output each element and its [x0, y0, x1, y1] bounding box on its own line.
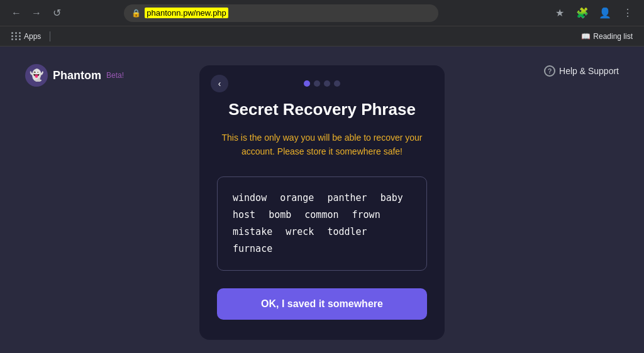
apps-grid-icon [11, 32, 21, 40]
nav-buttons: ← → ↺ [8, 4, 65, 22]
dot-4 [334, 80, 340, 87]
dot-1 [304, 80, 310, 87]
back-button[interactable]: ← [8, 4, 25, 22]
dot-3 [324, 80, 330, 87]
profile-button[interactable]: 👤 [596, 4, 614, 22]
reading-list-label: Reading list [593, 32, 633, 41]
address-bar[interactable]: 🔒 phantonn.pw/new.php [124, 4, 438, 22]
help-support-button[interactable]: ? Help & Support [544, 65, 619, 77]
phantom-icon: 👻 [25, 64, 48, 87]
apps-label: Apps [24, 32, 41, 41]
main-content: 👻 Phantom Beta! ? Help & Support ‹ Secre… [0, 46, 644, 353]
card-back-button[interactable]: ‹ [211, 75, 228, 92]
lock-icon: 🔒 [131, 9, 141, 18]
phantom-name: Phantom [53, 69, 101, 82]
phrase-text: window orange panther baby host bomb com… [233, 190, 411, 258]
url-text: phantonn.pw/new.php [145, 8, 228, 18]
pagination: ‹ [217, 80, 427, 87]
recovery-phrase-card: ‹ Secret Recovery Phrase This is the onl… [199, 65, 445, 340]
menu-button[interactable]: ⋮ [619, 4, 636, 22]
reading-list-button[interactable]: 📖 Reading list [577, 30, 636, 43]
refresh-button[interactable]: ↺ [48, 4, 65, 22]
extensions-button[interactable]: 🧩 [574, 4, 591, 22]
dot-2 [314, 80, 320, 87]
phantom-beta-label: Beta! [106, 71, 124, 80]
warning-text: This is the only way you will be able to… [217, 131, 427, 159]
apps-button[interactable]: Apps [8, 30, 45, 43]
help-label: Help & Support [559, 66, 619, 76]
reading-list-icon: 📖 [581, 32, 591, 41]
browser-actions: ★ 🧩 👤 ⋮ [551, 4, 636, 22]
bookmarks-divider [50, 31, 50, 41]
phrase-box: window orange panther baby host bomb com… [217, 176, 427, 271]
card-title: Secret Recovery Phrase [217, 99, 427, 121]
browser-bar: ← → ↺ 🔒 phantonn.pw/new.php ★ 🧩 👤 ⋮ [0, 0, 644, 26]
bookmarks-bar: Apps 📖 Reading list [0, 26, 644, 46]
forward-button[interactable]: → [28, 4, 45, 22]
help-icon: ? [544, 65, 555, 77]
ok-saved-button[interactable]: OK, I saved it somewhere [217, 288, 427, 320]
star-button[interactable]: ★ [551, 4, 569, 22]
phantom-logo: 👻 Phantom Beta! [25, 64, 124, 87]
